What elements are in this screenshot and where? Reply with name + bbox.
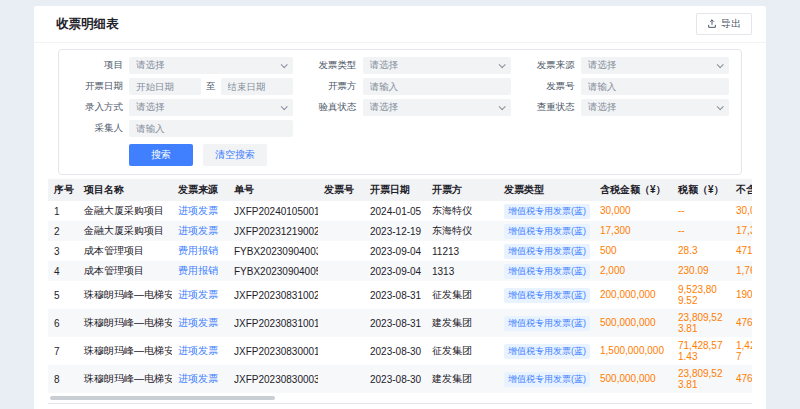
column-header: 含税金额（¥） xyxy=(594,179,672,201)
table-cell: 11213 xyxy=(426,241,498,261)
column-header: 单号 xyxy=(228,179,318,201)
invoice-type-cell: 增值税专用发票(蓝) xyxy=(498,281,594,309)
recheck-status-select[interactable]: 请选择 xyxy=(581,99,729,116)
filter-field-verify-status: 验真状态 请选择 xyxy=(305,99,511,116)
chevron-down-icon xyxy=(498,61,505,68)
column-header: 开票日期 xyxy=(364,179,426,201)
table-cell: 珠穆朗玛峰—电梯安装 xyxy=(78,281,172,309)
invoice-source-link[interactable]: 费用报销 xyxy=(172,241,228,261)
invoice-type-tag: 增值税专用发票(蓝) xyxy=(504,316,590,331)
table-cell: 2023-08-31 xyxy=(364,309,426,337)
table-cell: 东海特仪 xyxy=(426,201,498,221)
verify-status-select[interactable]: 请选择 xyxy=(363,99,511,116)
invoice-source-link[interactable]: 进项发票 xyxy=(172,201,228,221)
date-range-separator: 至 xyxy=(206,80,216,93)
table-cell: 5 xyxy=(48,281,78,309)
invoice-source-label: 发票来源 xyxy=(523,59,575,72)
search-button[interactable]: 搜索 xyxy=(129,144,193,166)
invoice-type-tag: 增值税专用发票(蓝) xyxy=(504,244,590,259)
table-cell: 1,500,000,000 xyxy=(594,337,672,365)
scrollbar-thumb[interactable] xyxy=(50,396,275,400)
invoice-type-tag: 增值税专用发票(蓝) xyxy=(504,288,590,303)
table-cell: 4 xyxy=(48,261,78,281)
end-date-input[interactable] xyxy=(221,78,293,95)
invoice-source-link[interactable]: 费用报销 xyxy=(172,261,228,281)
clear-search-button[interactable]: 清空搜索 xyxy=(203,144,267,166)
table-row: 5珠穆朗玛峰—电梯安装进项发票JXFP202308310022023-08-31… xyxy=(48,281,752,309)
invoice-detail-panel: 收票明细表 导出 项目 请选择 xyxy=(34,6,766,409)
table-cell: 500,000,000 xyxy=(594,365,672,393)
invoice-type-cell: 增值税专用发票(蓝) xyxy=(498,365,594,393)
table-cell: 1313 xyxy=(426,261,498,281)
export-button-label: 导出 xyxy=(721,17,741,31)
collector-input[interactable] xyxy=(129,120,293,137)
table-cell: 征发集团 xyxy=(426,337,498,365)
project-select[interactable]: 请选择 xyxy=(129,57,293,74)
entry-method-label: 录入方式 xyxy=(71,101,123,114)
table-row: 3成本管理项目费用报销FYBX202309040032023-09-041121… xyxy=(48,241,752,261)
table-cell xyxy=(318,221,364,241)
chevron-down-icon xyxy=(280,103,287,110)
table-cell: 1 xyxy=(48,201,78,221)
invoice-source-select[interactable]: 请选择 xyxy=(581,57,729,74)
filter-field-issuer: 开票方 xyxy=(305,78,511,95)
table-cell: 23,809,523.81 xyxy=(672,365,730,393)
table-cell xyxy=(318,365,364,393)
table-cell: 成本管理项目 xyxy=(78,241,172,261)
invoice-source-link[interactable]: 进项发票 xyxy=(172,337,228,365)
table-cell: 28.3 xyxy=(672,241,730,261)
chevron-down-icon xyxy=(498,103,505,110)
issuer-input[interactable] xyxy=(363,78,511,95)
invoice-source-link[interactable]: 进项发票 xyxy=(172,365,228,393)
invoice-type-cell: 增值税专用发票(蓝) xyxy=(498,309,594,337)
horizontal-scrollbar xyxy=(50,396,752,400)
invoice-source-link[interactable]: 进项发票 xyxy=(172,221,228,241)
table-cell: JXFP20230831002 xyxy=(228,281,318,309)
table-row: 6珠穆朗玛峰—电梯安装进项发票JXFP202308310012023-08-31… xyxy=(48,309,752,337)
filter-field-invoice-type: 发票类型 请选择 xyxy=(305,57,511,74)
page-header: 收票明细表 导出 xyxy=(34,6,766,43)
table-cell xyxy=(318,201,364,221)
start-date-input[interactable] xyxy=(129,78,201,95)
table-row: 7珠穆朗玛峰—电梯安装进项发票JXFP202308300012023-08-30… xyxy=(48,337,752,365)
column-header: 不含税金额（¥） xyxy=(730,179,752,201)
page-title: 收票明细表 xyxy=(48,16,119,33)
invoice-type-tag: 增值税专用发票(蓝) xyxy=(504,372,590,387)
table-header-row: 序号项目名称发票来源单号发票号开票日期开票方发票类型含税金额（¥）税额（¥）不含… xyxy=(48,179,752,201)
table-cell xyxy=(318,337,364,365)
table-cell: 2023-08-31 xyxy=(364,281,426,309)
column-header: 发票类型 xyxy=(498,179,594,201)
column-header: 项目名称 xyxy=(78,179,172,201)
table-cell: 17,300 xyxy=(594,221,672,241)
export-icon xyxy=(707,19,717,29)
verify-status-label: 验真状态 xyxy=(305,101,357,114)
filter-actions: 搜索 清空搜索 xyxy=(129,144,729,166)
table-cell: 成本管理项目 xyxy=(78,261,172,281)
invoice-source-link[interactable]: 进项发票 xyxy=(172,281,228,309)
entry-method-select[interactable]: 请选择 xyxy=(129,99,293,116)
table-cell: 2 xyxy=(48,221,78,241)
invoice-no-input[interactable] xyxy=(581,78,729,95)
recheck-status-label: 查重状态 xyxy=(523,101,575,114)
invoice-type-select[interactable]: 请选择 xyxy=(363,57,511,74)
table-cell: 230.09 xyxy=(672,261,730,281)
export-button[interactable]: 导出 xyxy=(696,13,752,35)
invoice-type-tag: 增值税专用发票(蓝) xyxy=(504,204,590,219)
invoice-source-link[interactable]: 进项发票 xyxy=(172,309,228,337)
filter-field-collector: 采集人 xyxy=(71,120,293,137)
filter-field-invoice-no: 发票号 xyxy=(523,78,729,95)
table-cell: 珠穆朗玛峰—电梯安装 xyxy=(78,337,172,365)
table-cell xyxy=(318,261,364,281)
table-cell: 8 xyxy=(48,365,78,393)
table-cell: 6 xyxy=(48,309,78,337)
table-cell: 17,300 xyxy=(730,221,752,241)
table-cell: JXFP20230831001 xyxy=(228,309,318,337)
table-row: 2金融大厦采购项目进项发票JXFP202312190022023-12-19东海… xyxy=(48,221,752,241)
collector-label: 采集人 xyxy=(71,122,123,135)
table-cell xyxy=(318,281,364,309)
table-cell: 2023-12-19 xyxy=(364,221,426,241)
table-cell: 30,000 xyxy=(730,201,752,221)
table-cell: 1,769.91 xyxy=(730,261,752,281)
table-cell xyxy=(318,309,364,337)
column-header: 发票来源 xyxy=(172,179,228,201)
